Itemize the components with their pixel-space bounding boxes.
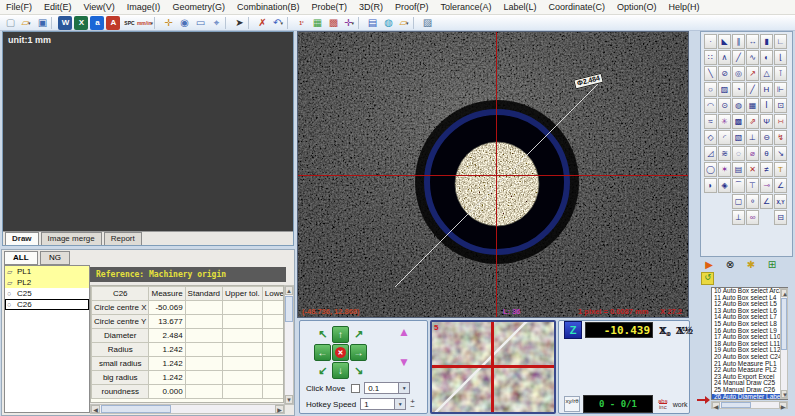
run-icon[interactable]: ▶ <box>701 258 717 271</box>
dotted-circle-tool[interactable]: ◌ <box>732 146 745 161</box>
abs-inc-toggle[interactable]: absinc <box>658 398 668 410</box>
theta-tool[interactable]: θ <box>760 146 773 161</box>
menu-item[interactable]: Help(H) <box>663 0 706 14</box>
click-move-select[interactable]: 0.1▼ <box>364 382 410 394</box>
program-step[interactable]: 16 Auto Box select L9 <box>712 328 780 335</box>
width-tool[interactable]: ↔ <box>746 34 759 49</box>
jog-up-button[interactable]: ↑ <box>332 326 349 343</box>
menu-item[interactable]: File(F) <box>0 0 38 14</box>
diagonal-tool[interactable]: ╱ <box>746 82 759 97</box>
slope-face-tool[interactable]: ◣ <box>718 34 731 49</box>
ray-tool[interactable]: ↯ <box>774 130 787 145</box>
angle-tool[interactable]: ∠ <box>774 178 787 193</box>
circle-tool[interactable]: ○ <box>704 82 717 97</box>
tab-report[interactable]: Report <box>104 232 142 245</box>
fork-tool[interactable]: Ψ <box>760 114 773 129</box>
program-step[interactable]: 26 Auto Diameter Label-Di <box>712 394 780 401</box>
stand-tool[interactable]: ⊤ <box>746 178 759 193</box>
drawing-canvas-panel[interactable]: unit:1 mm Draw Image merge Report <box>2 31 294 246</box>
ellipse-tool[interactable]: ◯ <box>704 162 717 177</box>
jog-down-left-button[interactable]: ↙ <box>314 362 331 379</box>
lined-square-tool[interactable]: ▤ <box>732 162 745 177</box>
stop-icon[interactable]: ⊗ <box>722 258 738 271</box>
image-box-icon[interactable]: ▨ <box>420 16 434 30</box>
menu-item[interactable]: Edit(E) <box>38 0 78 14</box>
printer-tool[interactable]: ⊟ <box>774 210 787 225</box>
menu-item[interactable]: Tolerance(A) <box>434 0 497 14</box>
dropdown-caret-icon[interactable]: ▾ <box>151 16 154 30</box>
arrow-se-tool[interactable]: ↘ <box>774 146 787 161</box>
flower-tool[interactable]: ✶ <box>718 162 731 177</box>
ray-ne-tool[interactable]: ⇗ <box>746 114 759 129</box>
z-up-icon[interactable]: ▲ <box>398 325 410 339</box>
chevron-down-icon[interactable]: ▼ <box>394 399 405 409</box>
table-horizontal-scrollbar[interactable]: ◀ ▶ <box>90 404 285 414</box>
tab-all[interactable]: ALL <box>4 251 38 265</box>
tab-draw[interactable]: Draw <box>5 232 39 245</box>
circle-minus-tool[interactable]: ⊖ <box>760 130 773 145</box>
diamond-tool[interactable]: ◇ <box>704 130 717 145</box>
feature-list[interactable]: ▱PL1▱PL2○C25○C26 <box>4 265 90 413</box>
hemisphere-tool[interactable]: ◐ <box>760 50 773 65</box>
boxed-dot-tool[interactable]: ⊡ <box>774 98 787 113</box>
program-step[interactable]: 21 Auto Measure PL1 <box>712 361 780 368</box>
jog-down-right-button[interactable]: ↘ <box>350 362 367 379</box>
table-row[interactable]: Circle centre X -50.069 <box>92 301 285 315</box>
menu-item[interactable]: Label(L) <box>497 0 542 14</box>
axis-zero-button[interactable]: Z₀ <box>659 324 670 336</box>
grid-square-tool[interactable]: ▦ <box>746 98 759 113</box>
shaded-circle-tool[interactable]: ◍ <box>732 98 745 113</box>
axis-half-button[interactable]: Z½ <box>676 324 691 336</box>
menu-item[interactable]: Probe(T) <box>305 0 353 14</box>
pixel-zoom-panel[interactable]: 5 <box>430 320 556 414</box>
pdf-export-icon[interactable]: A <box>106 16 120 30</box>
program-step[interactable]: 19 Auto Box select L12 <box>712 347 780 354</box>
dropdown-caret-icon[interactable]: ▾ <box>280 16 283 30</box>
program-step[interactable]: 13 Auto Box select L6 <box>712 308 780 315</box>
excel-export-icon[interactable]: X <box>74 16 88 30</box>
gauge-tool[interactable]: ⊩ <box>774 82 787 97</box>
program-step[interactable]: 12 Auto Box select L5 <box>712 301 780 308</box>
vee-tool[interactable]: ∧ <box>718 50 731 65</box>
program-step[interactable]: 10 Auto Box select Arc3 <box>712 288 780 295</box>
menu-item[interactable]: Option(O) <box>611 0 663 14</box>
feature-item[interactable]: ▱PL1 <box>5 266 89 277</box>
zoom-magnifier-icon[interactable]: ◉ <box>177 16 191 30</box>
cad-export-icon[interactable]: a <box>90 16 104 30</box>
table-row[interactable]: Circle centre Y 13.677 <box>92 315 285 329</box>
program-step-list[interactable]: 10 Auto Box select Arc311 Auto Box selec… <box>711 287 788 400</box>
program-step[interactable]: 11 Auto Box select L4 <box>712 295 780 302</box>
dropdown-caret-icon[interactable]: ▾ <box>351 16 354 30</box>
jog-left-button[interactable]: ← <box>314 344 331 361</box>
jog-up-right-button[interactable]: ↗ <box>350 326 367 343</box>
grid-points-icon[interactable]: ▦ <box>310 16 324 30</box>
work-coordinate-button[interactable]: work <box>673 401 688 408</box>
delete-icon[interactable]: ✗ <box>255 16 269 30</box>
triangle-tool[interactable]: △ <box>760 66 773 81</box>
half-disc-tool[interactable]: ◗ <box>704 178 717 193</box>
line2-tool[interactable]: ╲ <box>704 66 717 81</box>
undo-icon[interactable]: ↶▾ <box>271 16 285 30</box>
wedge-tool[interactable]: ◿ <box>704 146 717 161</box>
tab-image-merge[interactable]: Image merge <box>41 232 102 245</box>
feature-item[interactable]: ○C25 <box>5 288 89 299</box>
view-locator-icon[interactable]: ⌖ <box>209 16 223 30</box>
hatch-light-tool[interactable]: ▧ <box>732 130 745 145</box>
menu-item[interactable]: View(V) <box>78 0 121 14</box>
menu-item[interactable]: 3D(R) <box>353 0 389 14</box>
text-label-tool[interactable]: T <box>774 162 787 177</box>
probe-link-tool[interactable]: ⚬ <box>746 194 759 209</box>
jog-right-button[interactable]: → <box>350 344 367 361</box>
menu-item[interactable]: Image(I) <box>121 0 167 14</box>
pan-hand-icon[interactable]: ✛ <box>161 16 175 30</box>
program-step[interactable]: 15 Auto Box select L8 <box>712 321 780 328</box>
triple-wave-tool[interactable]: ≋ <box>718 146 731 161</box>
pillar-tool[interactable]: ▮ <box>760 34 773 49</box>
link-circles-tool[interactable]: ∞ <box>746 210 759 225</box>
point-grid-tool[interactable]: ∷ <box>704 50 717 65</box>
form-icon[interactable]: ▤ <box>365 16 379 30</box>
arc-tool[interactable]: ◠ <box>704 98 717 113</box>
dots-cross-tool[interactable]: ∺ <box>774 114 787 129</box>
save-icon[interactable]: ▣ <box>35 16 49 30</box>
jog-down-button[interactable]: ↓ <box>332 362 349 379</box>
